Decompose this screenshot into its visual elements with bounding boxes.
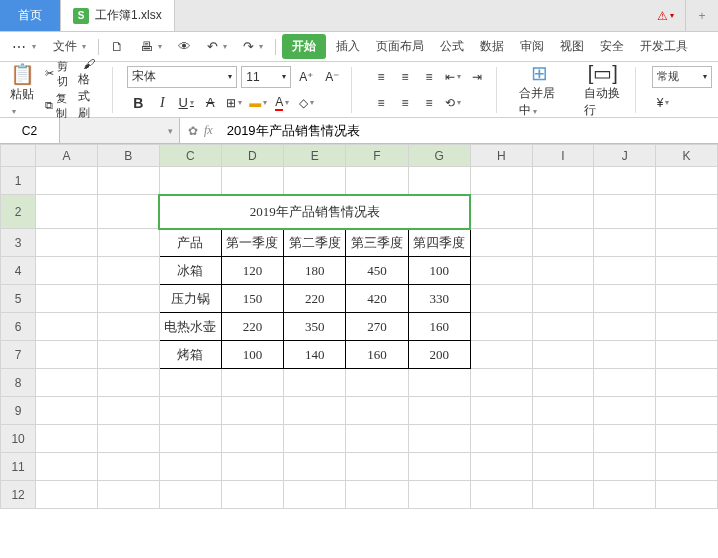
col-header[interactable]: G <box>408 145 470 167</box>
cell[interactable]: 330 <box>408 285 470 313</box>
align-right-button[interactable]: ≡ <box>418 92 440 114</box>
clear-format-button[interactable]: ◇ <box>295 92 317 114</box>
cell[interactable]: 270 <box>346 313 408 341</box>
cell[interactable]: 产品 <box>159 229 221 257</box>
cell[interactable]: 烤箱 <box>159 341 221 369</box>
cell[interactable]: 180 <box>284 257 346 285</box>
name-box-dropdown[interactable]: ▾ <box>60 118 180 143</box>
col-header[interactable]: B <box>97 145 159 167</box>
col-header[interactable]: K <box>656 145 718 167</box>
col-header[interactable]: J <box>594 145 656 167</box>
add-tab-button[interactable]: + <box>686 0 718 31</box>
tab-home[interactable]: 首页 <box>0 0 61 31</box>
row-header[interactable]: 2 <box>1 195 36 229</box>
cell[interactable]: 450 <box>346 257 408 285</box>
cell-title[interactable]: 2019年产品销售情况表 <box>159 195 470 229</box>
cell[interactable]: 冰箱 <box>159 257 221 285</box>
tab-workbook[interactable]: S 工作簿1.xlsx <box>61 0 175 31</box>
row-header[interactable]: 5 <box>1 285 36 313</box>
preview-icon[interactable]: 👁 <box>172 35 197 58</box>
formula-input[interactable] <box>221 118 718 143</box>
wrap-text-button[interactable]: [▭] 自动换行 <box>578 59 627 121</box>
row-header[interactable]: 3 <box>1 229 36 257</box>
underline-button[interactable]: U <box>175 92 197 114</box>
cell[interactable]: 420 <box>346 285 408 313</box>
cell[interactable]: 160 <box>346 341 408 369</box>
col-header[interactable]: F <box>346 145 408 167</box>
merge-center-button[interactable]: ⊞ 合并居中 <box>513 59 567 121</box>
indent-right-button[interactable]: ⇥ <box>466 66 488 88</box>
menu-layout[interactable]: 页面布局 <box>370 34 430 59</box>
spreadsheet-grid[interactable]: A B C D E F G H I J K 1 2 2019年产品销售情况表 3… <box>0 144 718 556</box>
cell[interactable]: 第三季度 <box>346 229 408 257</box>
cell[interactable]: 220 <box>284 285 346 313</box>
row-header[interactable]: 9 <box>1 397 36 425</box>
strike-button[interactable]: A <box>199 92 221 114</box>
font-name-select[interactable]: 宋体 ▾ <box>127 66 237 88</box>
cell[interactable]: 第四季度 <box>408 229 470 257</box>
copy-button[interactable]: ⧉ 复制 <box>45 91 68 121</box>
font-color-button[interactable]: A <box>271 92 293 114</box>
save-icon[interactable]: 🗋 <box>105 35 130 58</box>
currency-button[interactable]: ¥ <box>652 92 674 114</box>
align-center-button[interactable]: ≡ <box>394 92 416 114</box>
align-left-button[interactable]: ≡ <box>370 92 392 114</box>
fx-icon[interactable]: fx <box>204 123 213 138</box>
cell[interactable]: 第一季度 <box>221 229 283 257</box>
menu-data[interactable]: 数据 <box>474 34 510 59</box>
cell[interactable]: 120 <box>221 257 283 285</box>
cell[interactable]: 电热水壶 <box>159 313 221 341</box>
row-header[interactable]: 1 <box>1 167 36 195</box>
increase-font-button[interactable]: A⁺ <box>295 66 317 88</box>
select-all-corner[interactable] <box>1 145 36 167</box>
menu-security[interactable]: 安全 <box>594 34 630 59</box>
cell[interactable]: 100 <box>408 257 470 285</box>
row-header[interactable]: 8 <box>1 369 36 397</box>
paste-button[interactable]: 📋 粘贴 <box>6 60 39 119</box>
cell[interactable]: 压力锅 <box>159 285 221 313</box>
col-header[interactable]: E <box>284 145 346 167</box>
row-header[interactable]: 12 <box>1 481 36 509</box>
fx-insert-icon[interactable]: ✿ <box>188 124 198 138</box>
row-header[interactable]: 4 <box>1 257 36 285</box>
align-middle-button[interactable]: ≡ <box>394 66 416 88</box>
warning-icon[interactable]: ⚠▾ <box>645 0 685 31</box>
cell[interactable]: 220 <box>221 313 283 341</box>
decrease-font-button[interactable]: A⁻ <box>321 66 343 88</box>
menu-review[interactable]: 审阅 <box>514 34 550 59</box>
bold-button[interactable]: B <box>127 92 149 114</box>
format-brush-button[interactable]: 🖌 格式刷 <box>74 55 104 124</box>
col-header[interactable]: H <box>470 145 532 167</box>
font-size-select[interactable]: 11 ▾ <box>241 66 291 88</box>
border-button[interactable]: ⊞ <box>223 92 245 114</box>
fill-color-button[interactable]: ▬ <box>247 92 269 114</box>
orientation-button[interactable]: ⟲ <box>442 92 464 114</box>
cell[interactable]: 100 <box>221 341 283 369</box>
number-format-select[interactable]: 常规 ▾ <box>652 66 712 88</box>
align-top-button[interactable]: ≡ <box>370 66 392 88</box>
menu-formula[interactable]: 公式 <box>434 34 470 59</box>
cell[interactable]: 350 <box>284 313 346 341</box>
col-header[interactable]: I <box>532 145 594 167</box>
cell[interactable]: 140 <box>284 341 346 369</box>
redo-icon[interactable]: ↷ <box>237 35 269 58</box>
col-header[interactable]: C <box>159 145 221 167</box>
cut-button[interactable]: ✂ 剪切 <box>45 59 68 89</box>
menu-insert[interactable]: 插入 <box>330 34 366 59</box>
cell[interactable]: 第二季度 <box>284 229 346 257</box>
italic-button[interactable]: I <box>151 92 173 114</box>
row-header[interactable]: 10 <box>1 425 36 453</box>
row-header[interactable]: 6 <box>1 313 36 341</box>
cell[interactable]: 160 <box>408 313 470 341</box>
undo-icon[interactable]: ↶ <box>201 35 233 58</box>
cell[interactable]: 150 <box>221 285 283 313</box>
menu-start[interactable]: 开始 <box>282 34 326 59</box>
col-header[interactable]: A <box>36 145 98 167</box>
col-header[interactable]: D <box>221 145 283 167</box>
row-header[interactable]: 11 <box>1 453 36 481</box>
cell[interactable]: 200 <box>408 341 470 369</box>
menu-view[interactable]: 视图 <box>554 34 590 59</box>
indent-left-button[interactable]: ⇤ <box>442 66 464 88</box>
name-box[interactable] <box>0 118 59 143</box>
print-icon[interactable]: 🖶 <box>134 35 168 58</box>
